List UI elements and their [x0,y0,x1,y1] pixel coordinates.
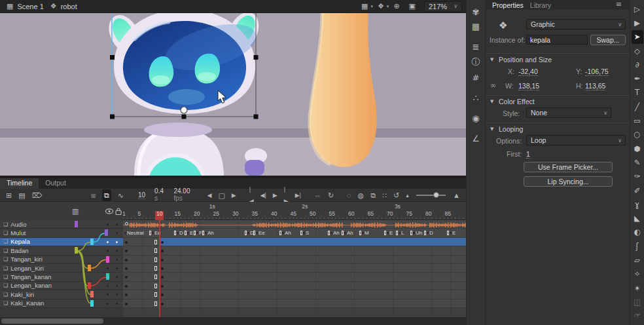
position-section-title[interactable]: Position and Size [499,56,552,64]
selected-frame-span[interactable] [160,238,466,246]
frame-rate-value[interactable]: 24.00 fps [173,187,192,202]
edit-multiple-frames-button[interactable]: ⧉ [370,189,376,201]
layer-lock-dot[interactable] [116,250,118,252]
keyframe-dot[interactable] [125,259,128,261]
w-value[interactable]: 138,15 [518,82,539,90]
new-folder-button[interactable]: ▤ [18,189,25,201]
paint-bucket-tool[interactable]: ◣ [632,211,643,225]
mouth-keyframe[interactable]: D [424,229,433,237]
tab-output[interactable]: Output [39,178,73,189]
frame-row-mulut[interactable]: NeutralEeDEFAhDEeAhSAhAhMELUhDE [123,229,466,237]
timeline-zoom-in-button[interactable]: ▲ [453,189,460,201]
timeline-zoom-knob[interactable] [433,192,439,198]
keyframe-dot[interactable] [161,241,164,244]
cc-libraries-panel-icon[interactable]: ◉ [472,113,479,123]
layer-lock-dot[interactable] [116,241,118,243]
mouth-keyframe[interactable]: Ah [202,229,214,237]
layer-row-kaki_kanan[interactable]: ❏Kaki_Kanan [0,299,123,308]
transform-panel-icon[interactable]: # [473,73,480,83]
layer-parent-tag[interactable] [75,247,78,254]
width-tool[interactable]: ✧ [632,267,643,281]
first-frame-value[interactable]: 1 [526,150,530,159]
scrollbar-thumb[interactable] [1,318,103,324]
frame-row-lengan_kiri[interactable] [123,264,466,273]
keyframe-dot[interactable] [125,241,128,244]
layer-parent-tag[interactable] [88,265,91,271]
pencil-tool[interactable]: ✎ [632,155,643,169]
instance-name-field[interactable]: kepala [526,35,588,45]
lip-syncing-button[interactable]: Lip Syncing... [524,176,613,187]
y-value[interactable]: -106,75 [585,67,609,76]
tab-timeline[interactable]: Timeline [0,178,39,189]
modify-markers-button[interactable]: ∷ [382,189,387,201]
stage-canvas[interactable] [0,13,466,176]
mouth-keyframe[interactable]: S [300,229,309,237]
mouth-keyframe[interactable]: Ah [342,229,353,237]
selection-tool[interactable]: ▷ [632,2,643,16]
layer-row-audio[interactable]: ❏Audio [0,220,123,229]
layer-visibility-dot[interactable] [107,241,109,243]
timeline-zoom-out-button[interactable]: ▴ [406,189,409,201]
keyframe-dot[interactable] [125,303,128,305]
keyframe-dot[interactable] [125,276,128,278]
scene-clapper-icon[interactable]: ▦ [7,2,13,10]
loop-frame-button[interactable]: ▢ [218,189,224,201]
frame-row-audio[interactable] [123,220,466,229]
text-tool[interactable]: T [632,86,643,100]
reset-timeline-zoom-button[interactable]: ↺ [393,189,399,201]
free-transform-tool[interactable]: ◇ [632,44,643,58]
breadcrumb-scene[interactable]: Scene 1 [17,3,43,10]
x-value[interactable]: -32,40 [518,67,538,76]
edit-symbol-icon[interactable]: ❖ [378,2,384,10]
panel-menu-icon[interactable]: ≡ [616,0,622,9]
mouth-keyframe[interactable]: D [174,229,183,237]
layer-parent-tag[interactable] [88,282,91,289]
eyedropper-tool[interactable]: ʃ [632,239,643,253]
timeline-ruler[interactable]: 15101520253035404550556065707580851s2s3s [123,202,466,220]
layer-visibility-dot[interactable] [107,267,109,269]
keyframe-end-rect[interactable] [154,292,157,297]
use-frame-picker-button[interactable]: Use Frame Picker... [524,162,613,172]
tab-properties[interactable]: Properties [492,1,524,9]
keyframe-end-rect[interactable] [154,275,157,279]
keyframe-dot[interactable] [161,250,164,252]
looping-collapse-icon[interactable]: ▼ [490,126,493,132]
polystar-tool[interactable]: ⬢ [632,142,643,155]
subselection-tool[interactable]: ▶ [632,16,643,29]
frames-grid[interactable]: NeutralEeDEFAhDEeAhSAhAhMELUhDE [123,220,466,308]
frame-row-badan[interactable] [123,246,466,255]
keyframe-end-rect[interactable] [154,258,157,262]
transformation-point[interactable] [181,107,187,113]
bone-tool[interactable]: ɣ [632,197,643,211]
keyframe-dot[interactable] [161,276,164,278]
stage-zoom-select[interactable]: 217% ∨ [424,1,462,12]
color-effect-title[interactable]: Color Effect [499,98,535,105]
layer-visibility-dot[interactable] [107,303,109,305]
keyframe-end-rect[interactable] [154,301,157,306]
layer-row-lengan_kiri[interactable]: ❏Lengan_Kiri [0,264,123,273]
timeline-zoom-slider[interactable] [416,195,446,196]
breadcrumb-symbol[interactable]: robot [61,3,77,10]
layer-lock-dot[interactable] [116,232,118,234]
frame-row-tangan_kiri[interactable] [123,256,466,264]
layer-visibility-dot[interactable] [107,223,109,225]
layer-row-lengan_kanan[interactable]: ❏Lengan_kanan [0,282,123,290]
layer-lock-dot[interactable] [116,267,118,269]
looping-title[interactable]: Looping [499,125,523,133]
onion-skin-outlines-button[interactable]: ◍ [358,189,365,201]
loop-range-button[interactable]: ⇔ [314,189,321,201]
layer-visibility-dot[interactable] [107,294,109,296]
mouth-keyframe[interactable]: Ah [328,229,340,237]
layer-lock-dot[interactable] [116,294,118,296]
layer-row-kaki_kiri[interactable]: ❏Kaki_kiri [0,290,123,299]
layer-parent-tag[interactable] [90,300,94,307]
layer-row-tangan_kiri[interactable]: ❏Tangan_kiri [0,256,123,264]
camera-tool[interactable]: ◫ [632,295,643,309]
show-hide-column-icon[interactable] [105,208,113,214]
pen-tool[interactable]: ✒ [632,71,643,85]
ink-bottle-tool[interactable]: ◐ [632,225,643,239]
layer-visibility-dot[interactable] [107,285,109,287]
mouth-keyframe[interactable]: F [194,229,202,237]
delete-layer-button[interactable]: ⌦ [32,189,43,201]
mouth-keyframe[interactable]: Neutral [124,229,144,237]
